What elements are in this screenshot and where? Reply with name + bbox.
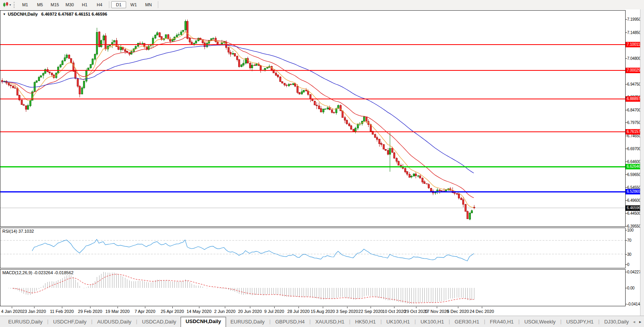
toolbar-dropdown-caret-icon[interactable]: ▾ bbox=[9, 3, 11, 7]
timeframe-toolbar: ▾ M1M5M15M30H1H4D1W1MN bbox=[0, 0, 644, 9]
price-tick-label: 6.44500 bbox=[627, 211, 640, 216]
chart-window: ▼USDCNH,Daily6.46972 6.47687 6.46151 6.4… bbox=[0, 9, 640, 316]
price-tick-label: 6.49600 bbox=[627, 198, 640, 203]
tab-scroll-left-icon[interactable]: ◄ bbox=[632, 320, 636, 324]
chart-tab-gbpusd-h4[interactable]: GBPUSD,H4 bbox=[271, 317, 309, 327]
price-tick-label: 6.69700 bbox=[627, 147, 640, 151]
chart-tab-fra40-h1[interactable]: FRA40,H1 bbox=[486, 317, 518, 327]
rsi-tick-label: 70 bbox=[627, 238, 631, 243]
rsi-tick-label: 30 bbox=[627, 252, 631, 257]
level-price-badge: 6.88897 bbox=[626, 96, 640, 102]
time-axis[interactable]: 4 Jan 202023 Jan 202011 Feb 202029 Feb 2… bbox=[0, 306, 626, 316]
timeframe-button-w1[interactable]: W1 bbox=[126, 1, 141, 8]
rsi-tick-label: 0 bbox=[627, 262, 629, 267]
macd-label: MACD(12,26,9) -0.023264 -0.018562 bbox=[2, 270, 74, 275]
chart-tab-xauusd-h1[interactable]: XAUUSD,H1 bbox=[311, 317, 349, 327]
macd-panel-plot[interactable]: MACD(12,26,9) -0.023264 -0.018562 bbox=[0, 269, 626, 306]
chart-periods-icon-svg bbox=[3, 2, 9, 7]
level-price-badge: 6.62646 bbox=[626, 164, 640, 169]
chart-tab-hk50-h1[interactable]: HK50,H1 bbox=[351, 317, 380, 327]
date-tick-label: 24 Dec 2020 bbox=[464, 309, 499, 314]
price-tick-label: 6.84700 bbox=[627, 108, 640, 112]
window-right-strip bbox=[640, 9, 644, 316]
timeframe-button-m30[interactable]: M30 bbox=[62, 1, 77, 8]
price-tick-label: 6.59650 bbox=[627, 172, 640, 177]
toolbar-separator bbox=[109, 1, 109, 8]
chart-tab-uk100-h1[interactable]: UK100,H1 bbox=[382, 317, 414, 327]
collapse-triangle-icon[interactable]: ▼ bbox=[3, 13, 6, 16]
macd-tick-label: 0.042275 bbox=[627, 270, 640, 274]
price-tick-label: 6.64600 bbox=[627, 160, 640, 164]
tab-scroll-right-icon[interactable]: ► bbox=[639, 320, 642, 324]
chart-tab-usoil-weekly[interactable]: USOil,Weekly bbox=[520, 317, 560, 327]
chart-tabs: EURUSD,Daily|USDCHF,Daily|AUDUSD,Daily|U… bbox=[4, 316, 631, 327]
level-price-badge: 6.76157 bbox=[626, 129, 640, 135]
timeframe-button-h1[interactable]: H1 bbox=[77, 1, 92, 8]
macd-tick-label: -0.04148 bbox=[627, 302, 640, 306]
chart-tab-dj30-daily[interactable]: DJ30,Daily bbox=[600, 317, 631, 327]
chart-tab-eurusd-daily[interactable]: EURUSD,Daily bbox=[226, 317, 269, 327]
chart-periods-icon[interactable] bbox=[2, 2, 9, 8]
timeframe-button-mn[interactable]: MN bbox=[141, 1, 156, 8]
timeframe-button-h4[interactable]: H4 bbox=[92, 1, 107, 8]
chart-tab-uk100-h1[interactable]: UK100,H1 bbox=[416, 317, 448, 327]
chart-tab-audusd-daily[interactable]: AUDUSD,Daily bbox=[93, 317, 136, 327]
chart-tab-ger30-h1[interactable]: GER30,H1 bbox=[450, 317, 484, 327]
current-price-badge: 6.46596 bbox=[626, 205, 640, 211]
chart-tab-usdjpy-h1[interactable]: USDJPY,H1 bbox=[562, 317, 598, 327]
timeframe-button-m5[interactable]: M5 bbox=[33, 1, 47, 8]
price-tick-label: 7.19950 bbox=[627, 17, 640, 22]
chart-title: ▼USDCNH,Daily6.46972 6.47687 6.46151 6.4… bbox=[3, 12, 107, 16]
chart-ohlc-values: 6.46972 6.47687 6.46151 6.46596 bbox=[41, 12, 107, 16]
toolbar-grip[interactable] bbox=[14, 2, 14, 8]
rsi-panel-plot[interactable]: RSI(14) 37.1032 bbox=[0, 228, 626, 268]
price-tick-label: 6.79750 bbox=[627, 120, 640, 125]
chart-tab-usdchf-daily[interactable]: USDCHF,Daily bbox=[49, 317, 91, 327]
chart-tab-usdcad-daily[interactable]: USDCAD,Daily bbox=[137, 317, 180, 327]
price-tick-label: 7.14850 bbox=[627, 31, 640, 35]
level-price-badge: 6.52865 bbox=[626, 189, 640, 194]
price-tick-label: 6.94750 bbox=[627, 82, 640, 86]
tab-scroll-arrows: ◄ ► bbox=[632, 320, 642, 324]
timeframe-button-m1[interactable]: M1 bbox=[18, 1, 33, 8]
level-price-badge: 7.10011 bbox=[626, 42, 640, 47]
price-axis[interactable]: 7.199507.148507.048006.947506.897506.847… bbox=[626, 9, 640, 316]
rsi-tick-label: 100 bbox=[627, 228, 633, 232]
level-price-badge: 7.00029 bbox=[626, 68, 640, 73]
chart-tabs-bar: EURUSD,Daily|USDCHF,Daily|AUDUSD,Daily|U… bbox=[0, 316, 644, 327]
chart-symbol-period: USDCNH,Daily bbox=[8, 12, 38, 16]
chart-tab-usdcnh-daily[interactable]: USDCNH,Daily bbox=[181, 317, 226, 327]
toolbar-separator bbox=[158, 1, 158, 8]
timeframe-button-m15[interactable]: M15 bbox=[47, 1, 62, 8]
timeframe-buttons: M1M5M15M30H1H4D1W1MN bbox=[18, 1, 160, 8]
rsi-label: RSI(14) 37.1032 bbox=[2, 229, 34, 234]
price-tick-label: 7.04800 bbox=[627, 56, 640, 61]
trading-platform-window: ▾ M1M5M15M30H1H4D1W1MN ▼USDCNH,Daily6.46… bbox=[0, 0, 644, 327]
main-chart-plot[interactable]: ▼USDCNH,Daily6.46972 6.47687 6.46151 6.4… bbox=[0, 10, 626, 227]
chart-tab-eurusd-daily[interactable]: EURUSD,Daily bbox=[4, 317, 47, 327]
macd-tick-label: 0.00 bbox=[627, 286, 635, 290]
timeframe-button-d1[interactable]: D1 bbox=[111, 1, 126, 8]
